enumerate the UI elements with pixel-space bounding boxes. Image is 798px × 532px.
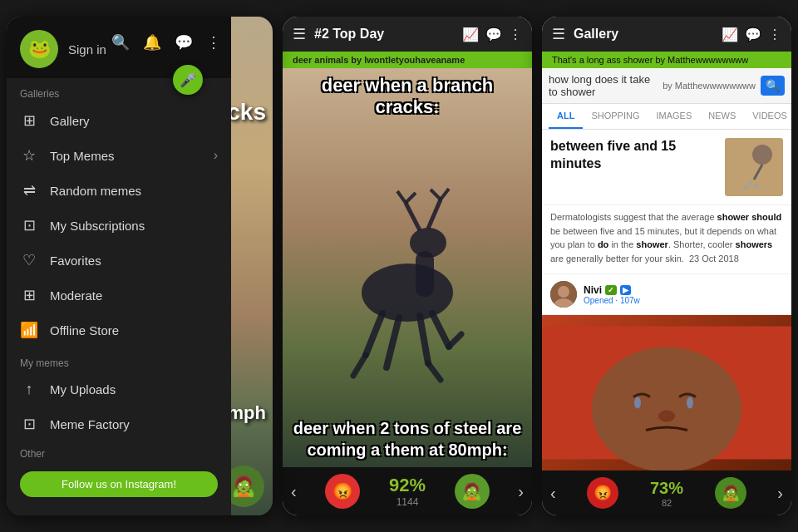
trending-icon[interactable]: 📈 — [462, 27, 479, 42]
subscriptions-icon: ⊡ — [20, 216, 38, 234]
svg-point-29 — [592, 347, 741, 471]
green-badge: ✓ — [605, 285, 617, 295]
phone-meme-viewer: ☰ #2 Top Day 📈 💬 ⋮ deer animals by lwont… — [283, 17, 532, 515]
vote-up-button[interactable]: 😡 — [325, 474, 360, 509]
meme-viewer-title: #2 Top Day — [314, 27, 454, 42]
svg-point-31 — [687, 397, 693, 409]
next-arrow[interactable]: › — [518, 482, 524, 501]
trending-icon[interactable]: 📈 — [722, 27, 738, 42]
meme-viewer-header: ☰ #2 Top Day 📈 💬 ⋮ — [283, 17, 532, 52]
user-time: 107w — [620, 296, 640, 305]
comment-icon[interactable]: 💬 — [745, 27, 761, 42]
sidebar-item-gallery[interactable]: ⊞ Gallery — [7, 103, 231, 138]
svg-rect-1 — [416, 251, 434, 297]
username-text: Nivi — [584, 284, 602, 296]
navigation-drawer: 🐸 Sign in 🔍 🔔 💬 ⋮ 🎤 Galleries ⊞ Gallery … — [7, 17, 231, 515]
tab-news[interactable]: NEWS — [700, 104, 744, 129]
svg-line-12 — [420, 316, 428, 363]
sidebar-item-label: Favorites — [50, 254, 218, 268]
mj-svg — [542, 315, 791, 470]
svg-point-2 — [410, 228, 446, 258]
section-my-memes-label: My memes — [7, 347, 231, 372]
sidebar-item-my-subscriptions[interactable]: ⊡ My Subscriptions — [7, 208, 231, 243]
phone-gallery: ☰ Gallery 📈 💬 ⋮ That's a long ass shower… — [542, 17, 791, 515]
svg-point-20 — [752, 145, 772, 165]
vote-pct-value: 73% — [650, 479, 683, 498]
more-icon[interactable]: ⋮ — [203, 30, 224, 55]
vote-bar: ‹ 😡 73% 82 🧟 › — [542, 470, 791, 515]
meme-bottom-text: deer when 2 tons of steel are coming a t… — [283, 417, 532, 461]
search-button[interactable]: 🔍 — [761, 76, 785, 96]
prev-arrow[interactable]: ‹ — [291, 482, 297, 501]
sidebar-item-favorites[interactable]: ♡ Favorites — [7, 243, 231, 278]
tab-images[interactable]: IMAGES — [648, 104, 700, 129]
vote-up-button[interactable]: 😡 — [587, 477, 618, 509]
moderate-icon: ⊞ — [20, 286, 38, 304]
user-avatar — [550, 281, 577, 308]
sidebar-item-label: Moderate — [50, 288, 218, 303]
tag-text: That's a long ass shower — [552, 55, 653, 65]
deer-silhouette-svg — [283, 68, 532, 467]
svg-point-24 — [744, 186, 747, 190]
upload-icon: ↑ — [20, 381, 38, 398]
chevron-right-icon: › — [214, 148, 218, 163]
sidebar-item-my-uploads[interactable]: ↑ My Uploads — [7, 372, 231, 406]
svg-line-5 — [406, 193, 416, 203]
comment-icon[interactable]: 💬 — [485, 27, 502, 42]
search-bar: how long does it take to shower by Matth… — [542, 68, 791, 104]
sidebar-item-moderate[interactable]: ⊞ Moderate — [7, 278, 231, 313]
svg-rect-19 — [725, 138, 783, 196]
star-icon: ☆ — [20, 146, 38, 165]
vote-count-value: 1144 — [389, 496, 426, 508]
phone-sidebar: racks steel 80mph 🧟 🐸 Sign in 🔍 🔔 💬 ⋮ 🎤 … — [7, 17, 273, 515]
menu-icon[interactable]: ☰ — [293, 25, 306, 43]
mic-button[interactable]: 🎤 — [173, 65, 203, 95]
sidebar-item-top-memes[interactable]: ☆ Top Memes › — [7, 138, 231, 173]
username: Nivi ✓ ▶ — [584, 284, 783, 296]
wifi-icon: 📶 — [20, 321, 38, 339]
chat-icon[interactable]: 💬 — [171, 30, 196, 55]
svg-point-22 — [748, 182, 751, 185]
vote-down-button[interactable]: 🧟 — [715, 477, 746, 509]
factory-icon: ⊡ — [20, 415, 38, 433]
svg-line-6 — [428, 200, 441, 229]
sidebar-item-random-memes[interactable]: ⇌ Random memes — [7, 173, 231, 208]
gallery-header: ☰ Gallery 📈 💬 ⋮ — [542, 17, 791, 52]
svg-line-15 — [449, 334, 461, 347]
gallery-tag-bar: That's a long ass shower by Matthewwwwww… — [542, 52, 791, 68]
vote-count-value: 82 — [650, 498, 683, 508]
sidebar-item-offline-store[interactable]: 📶 Offline Store — [7, 313, 231, 347]
svg-point-30 — [634, 397, 641, 409]
tag-username: lwontletyouhaveaname — [364, 55, 465, 65]
app-logo: 🐸 — [20, 30, 58, 68]
more-icon[interactable]: ⋮ — [509, 27, 522, 42]
svg-line-11 — [387, 318, 399, 367]
notifications-icon[interactable]: 🔔 — [140, 30, 165, 55]
menu-icon[interactable]: ☰ — [552, 25, 565, 43]
prev-arrow[interactable]: ‹ — [550, 484, 556, 503]
sidebar-item-meme-factory[interactable]: ⊡ Meme Factory — [7, 406, 231, 441]
search-icon[interactable]: 🔍 — [108, 30, 133, 55]
sidebar-item-label: My Uploads — [50, 382, 218, 397]
tab-videos[interactable]: VIDEOS — [744, 104, 791, 129]
meme-image — [283, 68, 532, 467]
tab-shopping[interactable]: SHOPPING — [583, 104, 648, 129]
angry-emoji: 😡 — [332, 481, 353, 501]
mj-face — [542, 315, 791, 470]
instagram-button[interactable]: Follow us on Instagram! — [20, 471, 218, 497]
next-arrow[interactable]: › — [777, 484, 783, 503]
vote-pct-value: 92% — [389, 475, 426, 496]
vote-down-button[interactable]: 🧟 — [455, 474, 490, 509]
section-other-label: Other — [7, 441, 231, 463]
more-icon[interactable]: ⋮ — [768, 27, 781, 42]
search-results: between five and 15 minutes — [542, 130, 791, 515]
vote-percentage: 92% 1144 — [389, 475, 426, 508]
phone3-inner: ☰ Gallery 📈 💬 ⋮ That's a long ass shower… — [542, 17, 791, 515]
svg-line-7 — [441, 189, 449, 200]
signin-label[interactable]: Sign in — [68, 42, 106, 57]
search-by-text: by Matthewwwwwwww — [663, 81, 756, 91]
tag-username: Matthewwwwwwww — [667, 55, 748, 65]
search-query-text[interactable]: how long does it take to shower — [549, 73, 658, 98]
tab-all[interactable]: ALL — [549, 104, 583, 129]
svg-point-32 — [658, 411, 675, 422]
